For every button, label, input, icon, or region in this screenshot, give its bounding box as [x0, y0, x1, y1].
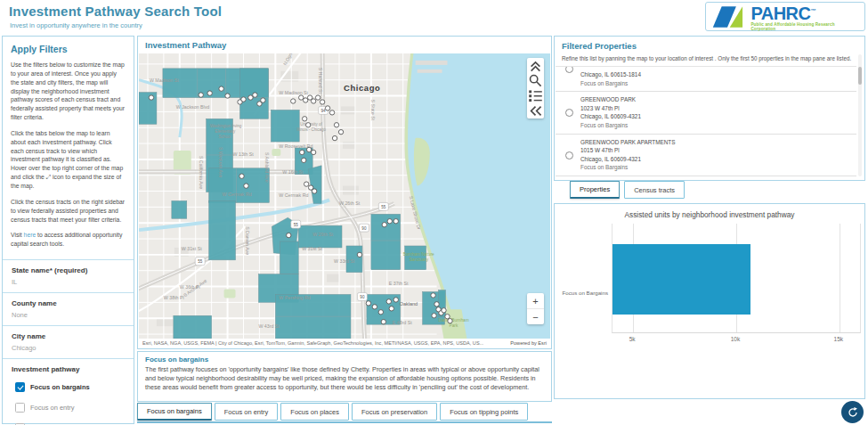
property-address: 1015 W 47th Pl: [580, 146, 849, 155]
property-list-item[interactable]: GREENWOOD PARK 1023 W 47th Pl Chicago, I…: [556, 92, 856, 134]
property-list-item[interactable]: GREENWOOD PARK APARTMENTS 1015 W 47th Pl…: [556, 135, 856, 176]
street-label: W Pershing Rd: [279, 295, 310, 300]
pahrc-logo-icon: [711, 4, 748, 29]
county-filter-group: County name None: [3, 292, 134, 325]
app-header: Investment Pathway Search Tool Invest in…: [0, 0, 868, 34]
property-list-item[interactable]: SHOPS & LOFTS AT 47 747 E 47th St: [556, 176, 856, 179]
checkbox-focus-on-entry[interactable]: Focus on entry: [15, 403, 125, 413]
city-label: Chicago: [344, 83, 380, 93]
state-filter-group: State name* (required) IL: [3, 259, 134, 292]
page-title: Investment Pathway Search Tool: [9, 4, 222, 19]
street-label: W 43rd St: [258, 323, 280, 329]
visit-prefix: Visit: [11, 232, 24, 238]
burnham-sanctuary-label-1: Burnham Nature: [403, 252, 434, 257]
pathway-info-body: The first pathway focuses on 'opportunit…: [145, 365, 544, 392]
chart-category-label: Focus on Bargains: [558, 290, 608, 296]
school-label-3: School: [219, 135, 231, 139]
shield-55: 55: [198, 259, 203, 264]
street-label: S State St: [370, 100, 376, 121]
gridline-15k: [840, 224, 840, 332]
checkbox-focus-on-bargains[interactable]: Focus on bargains: [15, 382, 125, 392]
refresh-button[interactable]: [841, 401, 864, 423]
property-city: Chicago, IL 60609-4321: [580, 155, 849, 164]
filtered-properties-description: Refine this list by panning the map to y…: [562, 55, 852, 61]
street-label: W 16th St: [282, 169, 304, 175]
tab-focus-on-preservation[interactable]: Focus on preservation: [352, 403, 437, 421]
pathway-info-panel: Focus on bargains The first pathway focu…: [137, 351, 552, 402]
property-city: Chicago, IL 60615-1814: [580, 70, 849, 79]
property-name: GREENWOOD PARK APARTMENTS: [580, 138, 849, 147]
oakland-label: Oakland: [400, 301, 418, 306]
street-label: W 38th Pl: [164, 295, 184, 300]
pahrc-logo-text: PAHRC™ Public and Affordable Housing Res…: [750, 2, 859, 32]
filtered-properties-panel: Filtered Properties Refine this list by …: [554, 36, 865, 181]
chart-title: Assisted units by neighborhood investmen…: [555, 210, 864, 219]
street-label: S Halsted St: [318, 68, 323, 94]
tab-focus-on-tipping-points[interactable]: Focus on tipping points: [440, 403, 528, 421]
uic-label-2: Illinois - Chicago: [296, 127, 326, 132]
school-label-1: Washington Irving: [210, 124, 242, 128]
legend-icon[interactable]: [527, 88, 544, 103]
apply-filters-title: Apply Filters: [11, 44, 126, 54]
scrollbar-thumb[interactable]: [858, 67, 862, 85]
burnham-sanctuary-label-2: Sanctuary: [410, 257, 429, 262]
street-label: W Madison St: [150, 78, 179, 83]
search-icon[interactable]: [527, 73, 544, 88]
property-list-item[interactable]: Chicago, IL 60615-1814 Focus on Bargains: [556, 67, 856, 92]
radio-icon[interactable]: [565, 151, 573, 159]
here-link[interactable]: here: [24, 232, 37, 238]
zoom-in-button[interactable]: +: [527, 293, 544, 308]
uic-label-1: University of: [300, 122, 322, 127]
property-pathway: Focus on Bargains: [580, 79, 849, 88]
filtered-properties-title: Filtered Properties: [562, 41, 637, 51]
map-attribution: Esri, NASA, NGA, USGS, FEMA | City of Ch…: [139, 339, 550, 347]
pathway-checkbox-list: Focus on bargains Focus on entry Focus o…: [12, 382, 125, 425]
shield-90: 90: [360, 295, 365, 299]
street-label: W 33rd St: [334, 258, 355, 264]
burnham-park-label-1: Daniel Burnham: [439, 318, 469, 323]
map-canvas[interactable]: 94 90 90 55 55 55 Chicago University of …: [139, 53, 550, 339]
x-tick: 15k: [834, 336, 843, 342]
attribution-sources: Esri, NASA, NGA, USGS, FEMA | City of Ch…: [142, 340, 483, 346]
state-filter-input[interactable]: IL: [12, 278, 125, 286]
properties-census-tabs: Properties Census tracts: [570, 181, 685, 199]
street-label: W 29th St: [312, 232, 334, 237]
checkbox-icon: [15, 403, 25, 413]
visit-text: Visit here to access additional opportun…: [11, 231, 126, 249]
street-label: S Ashland Ave: [264, 152, 270, 183]
pathway-filter-label: Investment pathway: [12, 365, 125, 373]
chart-plot-area: [612, 224, 861, 333]
tab-focus-on-bargains[interactable]: Focus on bargains: [137, 403, 212, 421]
tab-focus-on-places[interactable]: Focus on places: [280, 403, 349, 421]
radio-icon[interactable]: [565, 66, 573, 73]
state-filter-label: State name* (required): [12, 266, 125, 274]
pathway-tabs: Focus on bargains Focus on entry Focus o…: [137, 403, 552, 423]
street-label: W Jackson Blvd: [176, 104, 210, 110]
city-filter-label: City name: [12, 332, 125, 340]
tab-census-tracts[interactable]: Census tracts: [624, 181, 685, 199]
street-label: W Madison St: [279, 90, 308, 95]
county-filter-input[interactable]: None: [12, 311, 125, 319]
street-label: W Cermak Rd: [279, 192, 308, 198]
pahrc-logo-name: PAHRC™: [750, 2, 815, 22]
chart-bar[interactable]: [612, 244, 750, 315]
property-pathway: Focus on Bargains: [580, 121, 849, 130]
expand-icon[interactable]: [527, 58, 544, 73]
street-label: S Western Ave: [218, 147, 223, 178]
collapse-left-icon[interactable]: [527, 103, 544, 119]
x-tick: 5k: [629, 336, 636, 342]
burnham-park-label-2: Park: [449, 323, 458, 328]
properties-scrollbar[interactable]: [858, 54, 862, 176]
radio-icon[interactable]: [565, 109, 573, 117]
property-address: 1023 W 47th Pl: [580, 104, 849, 113]
tab-properties[interactable]: Properties: [570, 181, 620, 199]
street-label: S California Ave: [199, 156, 204, 189]
city-filter-input[interactable]: Chicago: [12, 344, 125, 352]
zoom-out-button[interactable]: −: [527, 308, 544, 324]
school-label-2: Elementary: [215, 129, 236, 134]
chart-x-axis: 5k 10k 15k: [612, 336, 859, 345]
tab-focus-on-entry[interactable]: Focus on entry: [215, 403, 279, 421]
map-panel-title: Investment Pathway: [145, 40, 226, 50]
map-panel: Investment Pathway: [137, 36, 552, 349]
trademark: ™: [811, 8, 816, 13]
